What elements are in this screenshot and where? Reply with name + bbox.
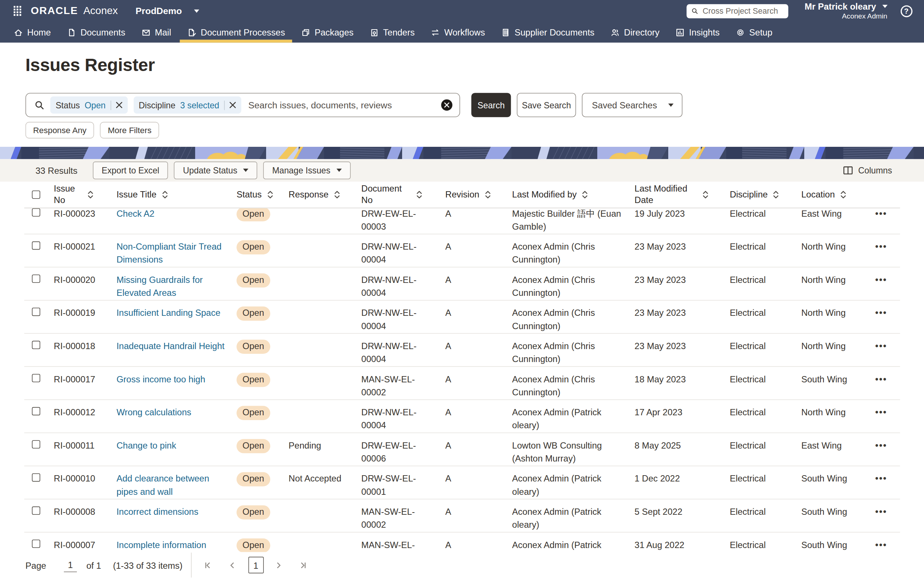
sort-icon[interactable] xyxy=(416,190,422,199)
current-page-box[interactable]: 1 xyxy=(248,557,264,573)
discipline-cell: Electrical xyxy=(730,466,801,499)
row-actions-button[interactable]: ••• xyxy=(875,242,887,252)
row-checkbox[interactable] xyxy=(32,208,40,216)
row-actions-button[interactable]: ••• xyxy=(875,539,887,550)
saved-searches-dropdown[interactable]: Saved Searches xyxy=(582,93,682,117)
last-page-icon[interactable] xyxy=(298,561,307,570)
columns-button[interactable]: Columns xyxy=(843,166,892,175)
sort-icon[interactable] xyxy=(87,190,94,199)
nav-tab-document-processes[interactable]: Document Processes xyxy=(187,22,285,42)
nav-tab-directory[interactable]: Directory xyxy=(610,22,660,42)
sort-icon[interactable] xyxy=(162,190,168,199)
search-box[interactable]: Status Open Discipline 3 selected xyxy=(26,93,460,117)
status-badge: Open xyxy=(236,307,270,321)
remove-filter-icon[interactable] xyxy=(229,102,236,108)
status-cell: Open xyxy=(236,433,289,466)
actions-cell: ••• xyxy=(875,300,898,333)
search-button[interactable]: Search xyxy=(471,93,511,117)
issue-title-link[interactable]: Add clearance between pipes and wall xyxy=(117,473,209,496)
sort-icon[interactable] xyxy=(267,190,273,199)
more-filters-button[interactable]: More Filters xyxy=(100,122,159,139)
cross-project-search[interactable] xyxy=(686,4,788,18)
previous-page-icon[interactable] xyxy=(227,561,236,570)
issue-title-link[interactable]: Incorrect dimensions xyxy=(117,507,198,516)
export-to-excel-button[interactable]: Export to Excel xyxy=(93,162,168,179)
row-checkbox[interactable] xyxy=(32,440,40,448)
issue-title-cell: Wrong calculations xyxy=(117,400,236,433)
issue-title-link[interactable]: Wrong calculations xyxy=(117,407,191,417)
issue-title-link[interactable]: Insufficient Landing Space xyxy=(117,308,220,318)
issue-title-link[interactable]: Inadequate Handrail Height xyxy=(117,341,224,351)
row-actions-button[interactable]: ••• xyxy=(875,374,887,384)
row-actions-button[interactable]: ••• xyxy=(875,274,887,284)
row-checkbox[interactable] xyxy=(32,307,40,316)
location-cell: North Wing xyxy=(801,234,875,267)
issue-title-link[interactable]: Change to pink xyxy=(117,440,176,450)
issue-title-link[interactable]: Non-Compliant Stair Tread Dimensions xyxy=(117,242,222,265)
update-status-dropdown[interactable]: Update Status xyxy=(174,162,257,179)
document-no-cell: DRW-EW-EL-00006 xyxy=(361,433,445,466)
help-icon[interactable]: ? xyxy=(900,5,912,17)
nav-tab-setup[interactable]: Setup xyxy=(736,22,772,42)
nav-tab-documents[interactable]: Documents xyxy=(67,22,125,42)
cross-project-search-input[interactable] xyxy=(702,6,783,16)
row-checkbox[interactable] xyxy=(32,506,40,515)
row-actions-button[interactable]: ••• xyxy=(875,507,887,516)
issue-title-link[interactable]: Missing Guardrails for Elevated Areas xyxy=(117,274,202,297)
nav-tab-insights[interactable]: Insights xyxy=(676,22,720,42)
nav-tab-supplier-documents[interactable]: Supplier Documents xyxy=(501,22,594,42)
issue-title-cell: Missing Guardrails for Elevated Areas xyxy=(117,267,236,300)
project-selector[interactable]: ProdDemo xyxy=(136,6,199,16)
remove-filter-icon[interactable] xyxy=(116,102,122,108)
manage-issues-dropdown[interactable]: Manage Issues xyxy=(263,162,350,179)
issue-no-cell: RI-000007 xyxy=(54,533,117,552)
first-page-icon[interactable] xyxy=(203,561,212,570)
sort-icon[interactable] xyxy=(334,190,340,199)
search-input[interactable] xyxy=(247,99,435,111)
last-modified-date-cell: 8 May 2025 xyxy=(634,433,730,466)
sort-icon[interactable] xyxy=(702,190,709,199)
row-actions-button[interactable]: ••• xyxy=(875,407,887,417)
nav-tab-home[interactable]: Home xyxy=(14,22,51,42)
row-actions-button[interactable]: ••• xyxy=(875,440,887,450)
row-actions-button[interactable]: ••• xyxy=(875,308,887,318)
row-checkbox[interactable] xyxy=(32,407,40,415)
next-page-icon[interactable] xyxy=(274,561,283,570)
row-checkbox[interactable] xyxy=(32,473,40,482)
clear-search-icon[interactable] xyxy=(441,99,452,110)
nav-tab-mail[interactable]: Mail xyxy=(141,22,171,42)
row-checkbox[interactable] xyxy=(32,241,40,250)
response-filter-button[interactable]: Response Any xyxy=(26,122,94,139)
row-actions-button[interactable]: ••• xyxy=(875,473,887,483)
nav-tab-tenders[interactable]: Tenders xyxy=(370,22,415,42)
issue-title-link[interactable]: Check A2 xyxy=(117,208,154,218)
issue-title-link[interactable]: Incomplete information xyxy=(117,539,206,550)
select-all-checkbox[interactable] xyxy=(32,190,40,198)
chevron-down-icon xyxy=(882,5,887,8)
row-checkbox[interactable] xyxy=(32,373,40,382)
nav-tab-packages[interactable]: Packages xyxy=(301,22,353,42)
row-actions-button[interactable]: ••• xyxy=(875,341,887,351)
sort-icon[interactable] xyxy=(485,190,490,199)
filter-chip-status[interactable]: Status Open xyxy=(50,96,128,114)
sort-icon[interactable] xyxy=(840,190,846,199)
document-no-cell: MAN-SW-EL-00002 xyxy=(361,367,445,399)
row-checkbox[interactable] xyxy=(32,539,40,548)
last-modified-by-cell: Lowton WB Consulting (Ashton Murray) xyxy=(512,433,634,466)
save-search-button[interactable]: Save Search xyxy=(517,93,576,117)
sort-icon[interactable] xyxy=(582,190,588,199)
filter-chip-discipline[interactable]: Discipline 3 selected xyxy=(133,96,241,114)
app-grid-icon[interactable] xyxy=(14,6,21,16)
row-checkbox[interactable] xyxy=(32,274,40,283)
user-menu[interactable]: Mr Patrick oleary Aconex Admin xyxy=(804,2,887,20)
nav-tab-workflows[interactable]: Workflows xyxy=(430,22,485,42)
home-icon xyxy=(14,28,23,37)
row-checkbox[interactable] xyxy=(32,341,40,349)
status-badge: Open xyxy=(236,538,270,552)
issue-no-cell: RI-000011 xyxy=(54,433,117,466)
row-actions-button[interactable]: ••• xyxy=(875,208,887,218)
status-cell: Open xyxy=(236,499,289,532)
page-number-input[interactable] xyxy=(64,559,77,572)
issue-title-link[interactable]: Gross income too high xyxy=(117,374,205,384)
sort-icon[interactable] xyxy=(773,190,779,199)
